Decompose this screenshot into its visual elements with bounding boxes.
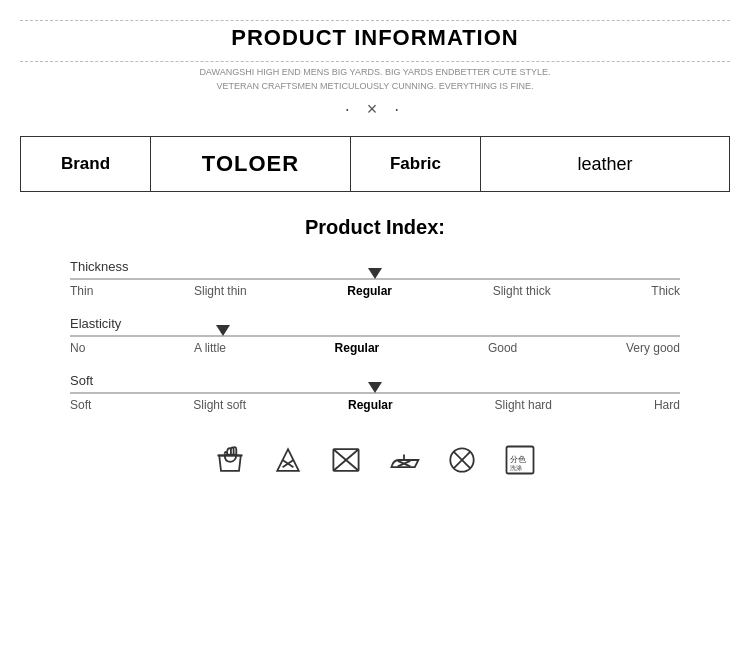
fabric-label: Fabric — [351, 137, 481, 192]
slider-row-soft: SoftSoftSlight softRegularSlight hardHar… — [70, 373, 680, 412]
product-index-title: Product Index: — [70, 216, 680, 239]
care-icons-row: 分色 洗涤 — [10, 442, 740, 485]
svg-text:洗涤: 洗涤 — [510, 464, 522, 471]
slider-options-1: NoA littleRegularGoodVery good — [70, 341, 680, 355]
slider-pointer-0 — [368, 268, 382, 279]
page-container: PRODUCT INFORMATION DAWANGSHI HIGH END M… — [0, 0, 750, 505]
slider-option-2-0: Soft — [70, 398, 91, 412]
info-table: Brand TOLOER Fabric leather — [20, 136, 730, 192]
hand-wash-icon — [212, 442, 248, 485]
slider-row-elasticity: ElasticityNoA littleRegularGoodVery good — [70, 316, 680, 355]
slider-track-container-0 — [70, 278, 680, 280]
no-bleach-icon — [270, 442, 306, 485]
sliders-container: ThicknessThinSlight thinRegularSlight th… — [70, 259, 680, 412]
slider-option-1-1: A little — [194, 341, 226, 355]
subtitle: DAWANGSHI HIGH END MENS BIG YARDS. BIG Y… — [10, 66, 740, 93]
slider-track-1 — [70, 335, 680, 337]
fabric-value: leather — [481, 137, 730, 192]
no-iron-icon — [386, 442, 422, 485]
slider-option-0-4: Thick — [651, 284, 680, 298]
slider-track-container-1 — [70, 335, 680, 337]
slider-option-1-4: Very good — [626, 341, 680, 355]
slider-options-2: SoftSlight softRegularSlight hardHard — [70, 398, 680, 412]
color-separate-icon: 分色 洗涤 — [502, 442, 538, 485]
slider-pointer-1 — [216, 325, 230, 336]
slider-option-2-1: Slight soft — [193, 398, 246, 412]
slider-row-thickness: ThicknessThinSlight thinRegularSlight th… — [70, 259, 680, 298]
slider-option-1-2: Regular — [335, 341, 380, 355]
slider-track-0 — [70, 278, 680, 280]
tumble-dry-icon — [328, 442, 364, 485]
slider-option-2-3: Slight hard — [495, 398, 552, 412]
slider-pointer-2 — [368, 382, 382, 393]
page-title: PRODUCT INFORMATION — [10, 25, 740, 51]
slider-option-0-1: Slight thin — [194, 284, 247, 298]
slider-option-2-4: Hard — [654, 398, 680, 412]
brand-value: TOLOER — [151, 137, 351, 192]
no-dry-clean-icon — [444, 442, 480, 485]
slider-option-1-3: Good — [488, 341, 517, 355]
svg-text:分色: 分色 — [510, 455, 526, 464]
slider-track-2 — [70, 392, 680, 394]
product-index: Product Index: ThicknessThinSlight thinR… — [10, 216, 740, 412]
slider-option-0-0: Thin — [70, 284, 93, 298]
deco-cross: · × · — [10, 99, 740, 120]
brand-label: Brand — [21, 137, 151, 192]
slider-option-0-3: Slight thick — [493, 284, 551, 298]
slider-track-container-2 — [70, 392, 680, 394]
slider-label-1: Elasticity — [70, 316, 680, 331]
slider-option-0-2: Regular — [347, 284, 392, 298]
slider-option-2-2: Regular — [348, 398, 393, 412]
slider-option-1-0: No — [70, 341, 85, 355]
slider-options-0: ThinSlight thinRegularSlight thickThick — [70, 284, 680, 298]
